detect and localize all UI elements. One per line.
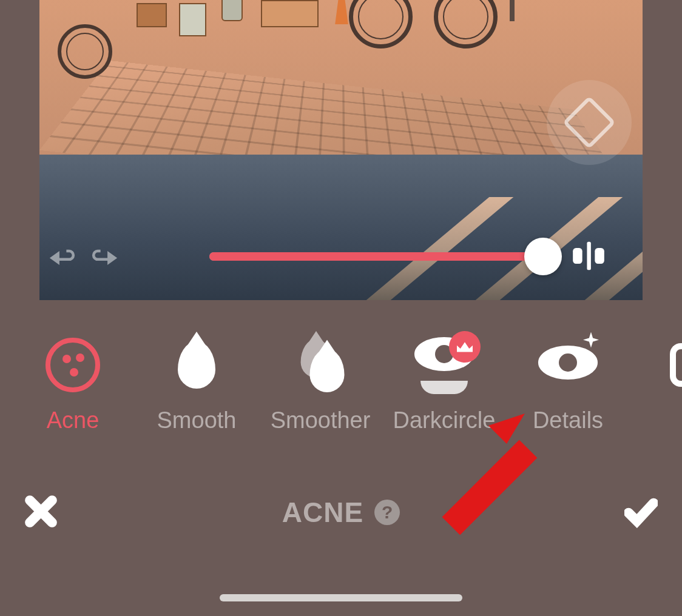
crown-icon: [457, 341, 473, 352]
split-compare-button[interactable]: [570, 237, 607, 275]
details-icon: [540, 337, 596, 393]
compare-icon: [562, 96, 616, 149]
tool-acne[interactable]: Acne: [11, 337, 135, 434]
darkcircle-icon: [416, 337, 472, 393]
help-icon: ?: [382, 502, 393, 523]
tool-smooth[interactable]: Smooth: [135, 337, 258, 434]
confirm-button[interactable]: [624, 495, 658, 531]
close-icon: [24, 495, 58, 528]
tool-smoother[interactable]: Smoother: [258, 337, 382, 434]
redo-icon: [85, 241, 124, 275]
smooth-icon: [169, 337, 225, 393]
slider-thumb[interactable]: [524, 238, 562, 275]
intensity-slider[interactable]: [209, 239, 555, 270]
svg-rect-1: [595, 248, 604, 264]
smoother-icon: [292, 337, 348, 393]
undo-icon: [42, 241, 82, 275]
help-button[interactable]: ?: [374, 500, 400, 525]
image-preview[interactable]: [39, 0, 643, 300]
tool-details[interactable]: Details: [506, 337, 630, 434]
undo-button[interactable]: [42, 241, 82, 277]
compare-circle-button[interactable]: [547, 80, 632, 165]
svg-rect-0: [573, 248, 582, 264]
slider-fill: [209, 252, 531, 261]
tool-darkcircle[interactable]: Darkcircle: [382, 337, 506, 434]
cancel-button[interactable]: [24, 495, 58, 531]
check-icon: [624, 495, 658, 528]
tool-label: Smoother: [271, 407, 371, 434]
svg-rect-2: [587, 242, 590, 270]
bottom-bar: ACNE ?: [0, 479, 682, 546]
heal-icon: [664, 337, 682, 393]
tool-strip[interactable]: Acne Smooth Smoother: [0, 321, 682, 449]
current-tool-title: ACNE: [282, 496, 363, 529]
acne-icon: [45, 337, 101, 393]
tool-heal[interactable]: H: [630, 337, 682, 434]
tool-label: Darkcircle: [393, 407, 496, 434]
premium-badge: [449, 331, 481, 363]
split-compare-icon: [570, 237, 607, 275]
tool-label: Acne: [47, 407, 100, 434]
redo-button[interactable]: [85, 241, 124, 277]
tool-label: Details: [533, 407, 603, 434]
tool-label: Smooth: [157, 407, 237, 434]
home-indicator[interactable]: [220, 594, 462, 601]
